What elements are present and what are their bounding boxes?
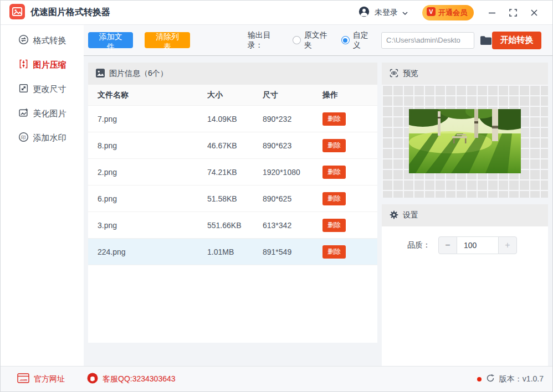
file-action-cell: 删除 [322, 112, 377, 126]
table-row[interactable]: 3.png 551.66KB 613*342 删除 [88, 212, 377, 239]
file-name-cell: 3.png [88, 221, 207, 230]
beautify-icon [18, 107, 29, 120]
file-table-body: 7.png 14.09KB 890*232 删除 8.png 46.67KB 8… [88, 106, 377, 265]
col-file-name: 文件名称 [88, 90, 207, 100]
file-dimensions-cell: 891*549 [263, 247, 322, 256]
main-area: 图片信息（6个） 文件名称 大小 尺寸 操作 7.png 14.09KB 890… [84, 56, 552, 366]
footer: .com 官方网址 客服QQ:3234303643 版本：v1.0.7 [1, 366, 552, 391]
file-action-cell: 删除 [322, 166, 377, 179]
file-size-cell: 51.58KB [207, 194, 263, 203]
browse-folder-icon[interactable] [480, 35, 492, 45]
file-dimensions-cell: 890*232 [263, 115, 322, 123]
quality-plus-button[interactable]: + [498, 236, 517, 254]
file-name-cell: 8.png [88, 141, 207, 150]
sidebar-item-resize[interactable]: 更改尺寸 [18, 82, 66, 96]
vip-icon: V [427, 7, 436, 18]
quality-input[interactable] [457, 236, 498, 254]
chevron-down-icon [402, 8, 408, 17]
file-size-cell: 74.21KB [207, 168, 263, 177]
start-convert-button[interactable]: 开始转换 [492, 32, 541, 49]
file-dimensions-cell: 890*625 [263, 194, 322, 203]
clear-list-button[interactable]: 清除列表 [145, 32, 190, 48]
col-size: 大小 [207, 90, 263, 100]
headset-icon [87, 373, 98, 385]
watermark-icon: 印 [18, 132, 29, 144]
delete-button[interactable]: 删除 [322, 112, 346, 126]
file-info-panel: 图片信息（6个） 文件名称 大小 尺寸 操作 7.png 14.09KB 890… [88, 63, 377, 343]
radio-custom-folder[interactable]: 自定义 [341, 30, 376, 50]
status-dot [477, 377, 482, 381]
settings-title: 设置 [403, 210, 418, 220]
delete-button[interactable]: 删除 [322, 192, 346, 205]
file-dimensions-cell: 890*623 [263, 141, 322, 150]
col-dimensions: 尺寸 [263, 90, 322, 100]
file-size-cell: 1.01MB [207, 247, 263, 256]
transparency-checkerboard [382, 85, 548, 198]
close-icon[interactable] [524, 4, 545, 21]
sidebar-item-label: 图片压缩 [33, 60, 66, 70]
settings-panel: 设置 品质： − + [382, 204, 548, 366]
quality-stepper: − + [438, 236, 517, 254]
resize-icon [18, 83, 29, 95]
quality-row: 品质： − + [382, 236, 548, 254]
table-row[interactable]: 224.png 1.01MB 891*549 删除 [88, 239, 377, 265]
file-size-cell: 551.66KB [207, 221, 263, 230]
radio-unchecked-icon [293, 36, 301, 44]
radio-custom-label: 自定义 [353, 30, 376, 50]
preview-header: 预览 [382, 63, 548, 85]
file-size-cell: 14.09KB [207, 115, 263, 123]
delete-button[interactable]: 删除 [322, 166, 346, 179]
app-window: 优速图片格式转换器 未登录 V 开通会员 [0, 0, 553, 392]
table-row[interactable]: 8.png 46.67KB 890*623 删除 [88, 132, 377, 159]
output-path-input[interactable] [381, 32, 474, 49]
version-area: 版本：v1.0.7 [477, 374, 544, 384]
customer-service-qq[interactable]: 客服QQ:3234303643 [87, 373, 176, 385]
login-status[interactable]: 未登录 [358, 6, 408, 19]
quality-minus-button[interactable]: − [438, 236, 457, 254]
table-column-headers: 文件名称 大小 尺寸 操作 [88, 85, 377, 106]
preview-icon [390, 69, 398, 79]
radio-original-folder[interactable]: 原文件夹 [293, 30, 335, 50]
file-info-title: 图片信息（6个） [109, 69, 168, 79]
official-website-link[interactable]: .com 官方网址 [17, 373, 65, 385]
sidebar-item-image-compress[interactable]: 图片压缩 [18, 58, 66, 71]
gear-icon [390, 210, 398, 221]
svg-text:V: V [429, 8, 433, 15]
col-action: 操作 [322, 90, 377, 100]
file-action-cell: 删除 [322, 219, 377, 232]
delete-button[interactable]: 删除 [322, 245, 346, 259]
toolbar: 添加文件 清除列表 输出目录： 原文件夹 自定义 开始转换 [84, 25, 552, 56]
quality-label: 品质： [407, 240, 431, 250]
table-row[interactable]: 6.png 51.58KB 890*625 删除 [88, 185, 377, 212]
file-name-cell: 2.png [88, 168, 207, 177]
delete-button[interactable]: 删除 [322, 219, 346, 232]
add-files-button[interactable]: 添加文件 [88, 32, 133, 48]
image-compress-icon [18, 59, 29, 71]
delete-button[interactable]: 删除 [322, 139, 346, 152]
file-dimensions-cell: 613*342 [263, 221, 322, 230]
website-label: 官方网址 [34, 374, 65, 384]
table-row[interactable]: 7.png 14.09KB 890*232 删除 [88, 106, 377, 132]
picture-info-icon [96, 69, 105, 79]
file-dimensions-cell: 1920*1080 [263, 168, 322, 177]
sidebar-item-format-convert[interactable]: 格式转换 [18, 34, 66, 47]
sidebar-item-beautify[interactable]: 美化图片 [18, 107, 66, 120]
file-name-cell: 224.png [88, 247, 207, 256]
file-name-cell: 7.png [88, 115, 207, 123]
radio-checked-icon [341, 36, 350, 44]
titlebar: 优速图片格式转换器 未登录 V 开通会员 [1, 1, 552, 25]
version-label: 版本：v1.0.7 [499, 374, 544, 384]
sidebar-item-label: 添加水印 [33, 133, 66, 143]
settings-header: 设置 [382, 204, 548, 226]
maximize-icon[interactable] [503, 4, 524, 21]
minimize-icon[interactable] [482, 4, 503, 21]
refresh-icon[interactable] [486, 374, 495, 384]
table-row[interactable]: 2.png 74.21KB 1920*1080 删除 [88, 159, 377, 185]
preview-image [409, 109, 521, 173]
open-vip-button[interactable]: V 开通会员 [422, 5, 474, 20]
file-size-cell: 46.67KB [207, 141, 263, 150]
sidebar-item-label: 更改尺寸 [33, 84, 66, 95]
output-dir-label: 输出目录： [248, 30, 286, 50]
sidebar-item-label: 美化图片 [33, 109, 66, 119]
sidebar-item-watermark[interactable]: 印 添加水印 [18, 131, 66, 145]
